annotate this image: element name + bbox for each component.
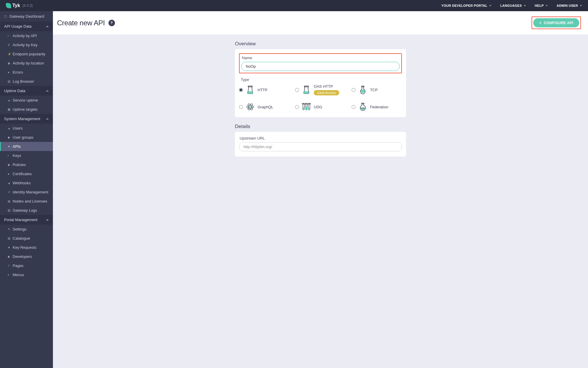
page-title: Create new API xyxy=(57,19,105,27)
section-title: System Management xyxy=(4,117,40,121)
type-radio-graphql[interactable] xyxy=(239,105,243,109)
sidebar-item-label: Log Browser xyxy=(13,79,34,84)
sidebar-item-key-requests[interactable]: ★Key Requests xyxy=(0,243,53,252)
sidebar-item-activity-location[interactable]: ◉Activity by location xyxy=(0,59,53,68)
user-icon: ▲ xyxy=(8,127,11,130)
sidebar-item-activity-key[interactable]: ⚲Activity by Key xyxy=(0,40,53,49)
chevron-down-icon xyxy=(580,5,582,6)
chevron-up-icon xyxy=(46,90,49,92)
type-radio-oas[interactable] xyxy=(295,88,299,92)
sidebar-item-settings[interactable]: ✎Settings xyxy=(0,225,53,234)
help-icon[interactable]: ? xyxy=(108,20,115,26)
error-icon: ● xyxy=(8,71,11,74)
sidebar-item-label: Webhooks xyxy=(13,181,31,185)
configure-api-button[interactable]: + CONFIGURE API xyxy=(533,18,579,27)
sidebar-item-label: Policies xyxy=(13,163,26,167)
type-option-federation[interactable]: Federation xyxy=(352,102,402,112)
type-radio-udg[interactable] xyxy=(295,105,299,109)
sidebar: ▢ Gateway Dashboard API Usage Data ▪Acti… xyxy=(0,11,53,368)
type-option-http[interactable]: HTTP xyxy=(239,84,289,95)
nav-languages[interactable]: LANGUAGES xyxy=(500,4,526,7)
identity-icon: ⏎ xyxy=(8,190,11,194)
sidebar-item-pages[interactable]: ⚐Pages xyxy=(0,261,53,270)
type-option-graphql[interactable]: GraphQL xyxy=(239,102,289,112)
tubes-icon xyxy=(302,102,311,112)
sidebar-section-api-usage[interactable]: API Usage Data xyxy=(0,21,53,31)
type-radio-tcp[interactable] xyxy=(352,88,355,92)
highlight-name: Name xyxy=(239,53,402,73)
highlight-configure: + CONFIGURE API xyxy=(532,16,581,29)
type-radio-http[interactable] xyxy=(239,88,243,92)
pages-icon: ⚐ xyxy=(8,264,11,267)
name-input[interactable] xyxy=(241,62,400,71)
overview-card: Name Type HTTP xyxy=(235,49,406,117)
nav-admin-user[interactable]: ADMIN USER xyxy=(557,4,582,7)
sidebar-item-catalogue[interactable]: ▤Catalogue xyxy=(0,234,53,243)
sidebar-item-label: Menus xyxy=(13,273,24,277)
details-heading: Details xyxy=(235,124,406,130)
sidebar-item-endpoint-popularity[interactable]: ⚡Endpoint popularity xyxy=(0,49,53,59)
svg-point-3 xyxy=(249,106,251,108)
type-label: HTTP xyxy=(258,88,268,92)
sidebar-item-label: Service uptime xyxy=(13,98,38,102)
type-label: OAS HTTP xyxy=(314,84,333,89)
round-flask-icon xyxy=(358,102,367,112)
sidebar-item-webhooks[interactable]: ▲Webhooks xyxy=(0,178,53,188)
sidebar-item-label: Gateway Logs xyxy=(13,208,37,213)
group-icon: ◆ xyxy=(8,136,11,139)
titlebar: Create new API ? + CONFIGURE API xyxy=(53,11,588,34)
sidebar-item-keys[interactable]: ▪Keys xyxy=(0,151,53,160)
nav-help[interactable]: HELP xyxy=(535,4,548,7)
sidebar-item-label: Endpoint popularity xyxy=(13,52,45,56)
type-option-udg[interactable]: UDG xyxy=(295,102,345,112)
sidebar-item-uptime-targets[interactable]: ▦Uptime targets xyxy=(0,105,53,114)
sidebar-item-identity[interactable]: ⏎Identity Management xyxy=(0,188,53,197)
webhook-icon: ▲ xyxy=(8,181,11,185)
sidebar-dashboard[interactable]: ▢ Gateway Dashboard xyxy=(0,11,53,21)
sidebar-item-activity-api[interactable]: ▪Activity by API xyxy=(0,31,53,40)
sidebar-item-label: APIs xyxy=(13,144,21,149)
sidebar-item-errors[interactable]: ●Errors xyxy=(0,68,53,77)
sidebar-item-certificates[interactable]: ●Certificates xyxy=(0,169,53,178)
sidebar-item-label: Gateway Dashboard xyxy=(9,14,44,19)
plus-icon: + xyxy=(539,21,542,25)
sidebar-item-log-browser[interactable]: ▤Log Browser xyxy=(0,77,53,86)
nav-label: LANGUAGES xyxy=(500,4,522,7)
type-option-oas-http[interactable]: OAS HTTP Early Access xyxy=(295,84,345,95)
sidebar-item-nodes-licenses[interactable]: ▤Nodes and Licenses xyxy=(0,197,53,206)
sidebar-item-label: Identity Management xyxy=(13,190,48,194)
sidebar-item-label: Nodes and Licenses xyxy=(13,199,47,203)
upstream-label: Upstream URL xyxy=(239,136,402,140)
sidebar-item-label: Errors xyxy=(13,70,23,74)
sidebar-item-developers[interactable]: ◆Developers xyxy=(0,252,53,261)
type-grid: HTTP OAS HTTP Early Access xyxy=(239,84,402,112)
sidebar-item-label: Keys xyxy=(13,153,21,158)
upstream-url-input[interactable] xyxy=(239,142,402,151)
sidebar-section-uptime[interactable]: Uptime Data xyxy=(0,86,53,96)
sidebar-item-user-groups[interactable]: ◆User groups xyxy=(0,133,53,142)
sidebar-item-users[interactable]: ▲Users xyxy=(0,124,53,133)
sidebar-section-system[interactable]: System Management xyxy=(0,114,53,124)
sidebar-item-label: Settings xyxy=(13,227,26,231)
nav-label: YOUR DEVELOPER PORTAL xyxy=(441,4,487,7)
sidebar-item-menus[interactable]: ≡Menus xyxy=(0,270,53,279)
logo-text: Tyk xyxy=(12,3,20,8)
chevron-down-icon xyxy=(524,5,526,6)
sidebar-item-policies[interactable]: ◆Policies xyxy=(0,160,53,169)
sidebar-item-apis[interactable]: ✦APIs xyxy=(0,142,53,151)
type-radio-federation[interactable] xyxy=(352,105,355,109)
type-option-tcp[interactable]: TCP xyxy=(352,84,402,95)
sidebar-section-portal[interactable]: Portal Management xyxy=(0,215,53,225)
type-label: GraphQL xyxy=(258,105,273,109)
sidebar-item-gateway-logs[interactable]: ▤Gateway Logs xyxy=(0,206,53,215)
chart-icon: ▪ xyxy=(8,34,11,37)
sidebar-item-label: Users xyxy=(13,126,23,130)
sidebar-item-service-uptime[interactable]: ▲Service uptime xyxy=(0,96,53,105)
nav-developer-portal[interactable]: YOUR DEVELOPER PORTAL xyxy=(441,4,491,7)
cert-icon: ● xyxy=(8,172,11,175)
svg-rect-12 xyxy=(308,108,310,110)
logo-icon xyxy=(6,3,11,8)
sidebar-item-label: Activity by Key xyxy=(13,43,38,47)
overview-heading: Overview xyxy=(235,41,406,47)
sidebar-item-label: Activity by location xyxy=(13,61,44,65)
